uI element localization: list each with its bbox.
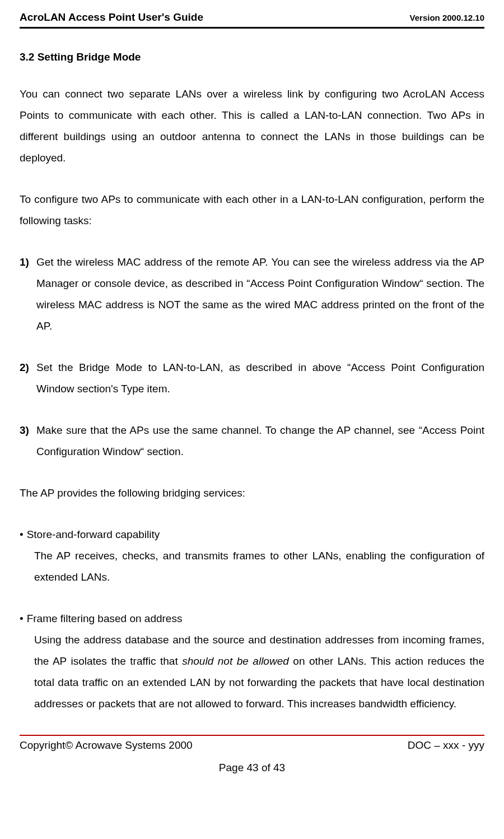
step-number: 3) xyxy=(20,420,36,462)
paragraph-intro-2: To configure two APs to communicate with… xyxy=(20,189,484,231)
step-body: Get the wireless MAC address of the remo… xyxy=(36,252,484,337)
bullet-body-emphasis: should not be allowed xyxy=(182,655,289,667)
bullet-body: The AP receives, checks, and transmits f… xyxy=(34,545,484,588)
bullet-body: Using the address database and the sourc… xyxy=(34,629,484,715)
document-footer: Copyright© Acrowave Systems 2000 DOC – x… xyxy=(20,739,484,752)
page-number: Page 43 of 43 xyxy=(20,762,484,774)
bullet-title: Store-and-forward capability xyxy=(27,524,160,545)
step-body: Make sure that the APs use the same chan… xyxy=(36,420,484,462)
bullet-icon: • xyxy=(20,608,27,629)
paragraph-intro-1: You can connect two separate LANs over a… xyxy=(20,84,484,169)
section-heading: 3.2 Setting Bridge Mode xyxy=(20,51,484,63)
step-item-1: 1) Get the wireless MAC address of the r… xyxy=(20,252,484,337)
steps-list: 1) Get the wireless MAC address of the r… xyxy=(20,252,484,462)
header-divider xyxy=(20,27,484,29)
document-title: AcroLAN Access Point User's Guide xyxy=(20,11,203,24)
bullet-title: Frame filtering based on address xyxy=(27,608,183,629)
bullet-icon: • xyxy=(20,524,27,545)
step-number: 2) xyxy=(20,357,36,400)
footer-doc-id: DOC – xxx - yyy xyxy=(408,739,484,752)
paragraph-services: The AP provides the following bridging s… xyxy=(20,483,484,504)
step-item-3: 3) Make sure that the APs use the same c… xyxy=(20,420,484,462)
step-number: 1) xyxy=(20,252,36,337)
document-header: AcroLAN Access Point User's Guide Versio… xyxy=(20,11,484,24)
step-item-2: 2) Set the Bridge Mode to LAN-to-LAN, as… xyxy=(20,357,484,400)
footer-copyright: Copyright© Acrowave Systems 2000 xyxy=(20,739,193,752)
bullet-item-1: • Store-and-forward capability The AP re… xyxy=(20,524,484,588)
bullet-item-2: • Frame filtering based on address Using… xyxy=(20,608,484,715)
document-version: Version 2000.12.10 xyxy=(410,13,484,22)
footer-divider xyxy=(20,735,484,736)
step-body: Set the Bridge Mode to LAN-to-LAN, as de… xyxy=(36,357,484,400)
